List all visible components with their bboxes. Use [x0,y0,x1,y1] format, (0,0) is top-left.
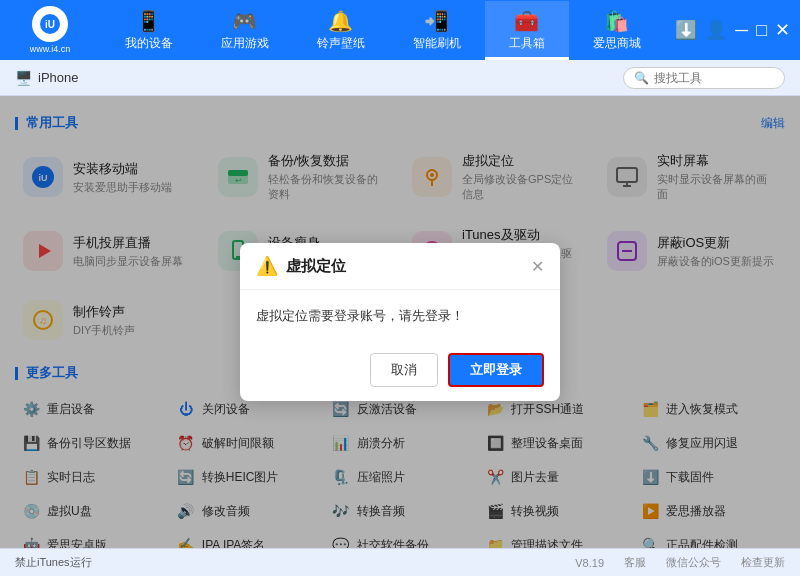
user-icon[interactable]: 👤 [705,19,727,41]
app-footer: 禁止iTunes运行 V8.19 客服 微信公众号 检查更新 [0,548,800,576]
modal-footer: 取消 立即登录 [240,343,560,401]
modal-header: ⚠️ 虚拟定位 ✕ [240,243,560,290]
app-logo[interactable]: iU www.i4.cn [10,6,90,54]
customer-service[interactable]: 客服 [624,555,646,570]
search-input[interactable] [654,71,774,85]
nav-smart-phone[interactable]: 📲 智能刷机 [389,1,485,60]
search-box[interactable]: 🔍 [623,67,785,89]
app-header: iU www.i4.cn 📱 我的设备 🎮 应用游戏 🔔 铃声壁纸 📲 智能刷机… [0,0,800,60]
device-icon: 🖥️ [15,70,32,86]
sub-header: 🖥️ iPhone 🔍 [0,60,800,96]
store-icon: 🛍️ [604,9,629,33]
device-name: iPhone [38,70,78,85]
modal-close-button[interactable]: ✕ [531,257,544,276]
confirm-login-button[interactable]: 立即登录 [448,353,544,387]
check-update[interactable]: 检查更新 [741,555,785,570]
nav-bar: 📱 我的设备 🎮 应用游戏 🔔 铃声壁纸 📲 智能刷机 🧰 工具箱 🛍️ 爱思商… [90,1,675,60]
nav-store[interactable]: 🛍️ 爱思商城 [569,1,665,60]
virtual-location-modal: ⚠️ 虚拟定位 ✕ 虚拟定位需要登录账号，请先登录！ 取消 立即登录 [240,243,560,401]
version-info: V8.19 [575,557,604,569]
download-icon[interactable]: ⬇️ [675,19,697,41]
nav-my-device[interactable]: 📱 我的设备 [101,1,197,60]
modal-title-wrap: ⚠️ 虚拟定位 [256,255,346,277]
minimize-icon[interactable]: ─ [735,20,748,41]
toolbox-icon: 🧰 [514,9,539,33]
logo-icon: iU [32,6,68,42]
nav-toolbox[interactable]: 🧰 工具箱 [485,1,569,60]
smart-phone-icon: 📲 [424,9,449,33]
close-icon[interactable]: ✕ [775,19,790,41]
maximize-icon[interactable]: □ [756,20,767,41]
my-device-icon: 📱 [136,9,161,33]
nav-ringtones[interactable]: 🔔 铃声壁纸 [293,1,389,60]
modal-body: 虚拟定位需要登录账号，请先登录！ [240,290,560,343]
device-info: 🖥️ iPhone [15,70,78,86]
modal-title: 虚拟定位 [286,257,346,276]
nav-apps-games[interactable]: 🎮 应用游戏 [197,1,293,60]
svg-text:iU: iU [45,19,55,30]
disable-itunes[interactable]: 禁止iTunes运行 [15,555,92,570]
wechat-link[interactable]: 微信公众号 [666,555,721,570]
modal-warning-icon: ⚠️ [256,255,278,277]
main-content: 常用工具 编辑 iU 安装移动端 安装爱思助手移动端 ↩ 备份/恢复数据 轻松备… [0,96,800,548]
logo-text: www.i4.cn [30,44,71,54]
header-controls: ⬇️ 👤 ─ □ ✕ [675,19,790,41]
cancel-button[interactable]: 取消 [370,353,438,387]
search-icon: 🔍 [634,71,649,85]
apps-games-icon: 🎮 [232,9,257,33]
ringtones-icon: 🔔 [328,9,353,33]
modal-message: 虚拟定位需要登录账号，请先登录！ [256,308,464,323]
modal-overlay: ⚠️ 虚拟定位 ✕ 虚拟定位需要登录账号，请先登录！ 取消 立即登录 [0,96,800,548]
